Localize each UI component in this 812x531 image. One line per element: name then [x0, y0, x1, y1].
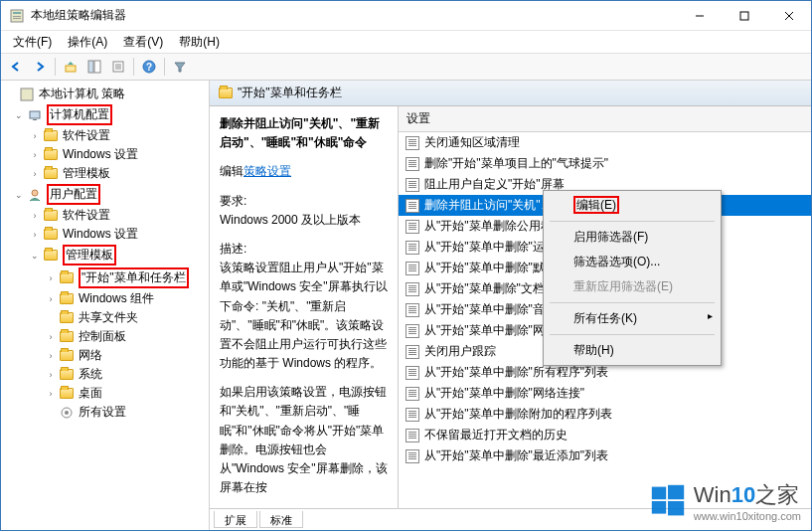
- minimize-button[interactable]: [677, 1, 722, 31]
- tree-item[interactable]: ›控制面板: [1, 327, 209, 346]
- policy-list-row[interactable]: 不保留最近打开文档的历史: [399, 425, 811, 445]
- tree-item[interactable]: 共享文件夹: [1, 308, 209, 327]
- expander-icon[interactable]: ›: [45, 350, 57, 362]
- expander-icon[interactable]: ›: [29, 229, 41, 241]
- policy-list-label: 从"开始"菜单中删除"网络连接": [424, 385, 584, 402]
- user-icon: [27, 187, 43, 203]
- policy-settings-link[interactable]: 策略设置: [244, 164, 291, 178]
- close-button[interactable]: [766, 1, 811, 31]
- tree-label: 桌面: [79, 385, 102, 402]
- policy-list[interactable]: 设置 关闭通知区域清理删除"开始"菜单项目上的"气球提示"阻止用户自定义"开始"…: [399, 106, 811, 508]
- tab-extended[interactable]: 扩展: [214, 511, 257, 528]
- ctx-filter-options[interactable]: 筛选器选项(O)...: [546, 250, 719, 274]
- ctx-filter-on[interactable]: 启用筛选器(F): [546, 225, 719, 250]
- folder-icon: [59, 386, 75, 402]
- menu-file[interactable]: 文件(F): [5, 32, 60, 53]
- tree-item[interactable]: ›软件设置: [1, 126, 209, 145]
- expander-icon[interactable]: ›: [45, 369, 57, 381]
- tree-item[interactable]: ›系统: [1, 365, 209, 384]
- svg-text:?: ?: [146, 62, 152, 73]
- tree-item[interactable]: ›Windows 组件: [1, 289, 209, 308]
- export-list-button[interactable]: [107, 56, 129, 78]
- svg-point-22: [65, 411, 69, 415]
- policy-item-icon: [405, 344, 420, 360]
- menu-action[interactable]: 操作(A): [60, 32, 115, 53]
- tree-item[interactable]: ›Windows 设置: [1, 225, 209, 244]
- tree-user-config[interactable]: ⌄ 用户配置: [1, 183, 209, 206]
- policy-item-icon: [405, 240, 420, 256]
- tree-pane[interactable]: 本地计算机 策略 ⌄ 计算机配置 ›软件设置 ›Windows 设置 ›管理模板…: [1, 81, 210, 530]
- expander-icon[interactable]: ›: [29, 210, 41, 222]
- expander-icon[interactable]: ›: [45, 272, 57, 284]
- folder-icon: [43, 128, 59, 144]
- tree-start-taskbar[interactable]: ›"开始"菜单和任务栏: [1, 266, 209, 289]
- policy-item-icon: [405, 323, 420, 339]
- expander-icon[interactable]: ›: [29, 149, 41, 161]
- policy-list-row[interactable]: 关闭通知区域清理: [399, 132, 811, 153]
- policy-list-row[interactable]: 从"开始"菜单中删除附加的程序列表: [399, 404, 811, 425]
- tree-label: 本地计算机 策略: [39, 86, 125, 102]
- up-button[interactable]: [60, 56, 81, 78]
- forward-button[interactable]: [29, 56, 51, 78]
- expander-icon[interactable]: ⌄: [29, 250, 41, 262]
- ctx-all-tasks[interactable]: 所有任务(K): [546, 306, 719, 331]
- tree-label: 软件设置: [63, 207, 110, 224]
- svg-rect-17: [21, 88, 33, 100]
- window-title: 本地组策略编辑器: [31, 7, 677, 24]
- expander-icon[interactable]: ›: [29, 168, 41, 180]
- tree-label: "开始"菜单和任务栏: [79, 267, 189, 288]
- policy-item-icon: [405, 386, 420, 402]
- tree-label: 所有设置: [79, 404, 126, 421]
- folder-icon: [218, 86, 234, 101]
- policy-list-label: 删除"开始"菜单项目上的"气球提示": [424, 155, 608, 172]
- tree-label: 计算机配置: [47, 104, 112, 125]
- policy-list-row[interactable]: 从"开始"菜单中删除"最近添加"列表: [399, 445, 811, 466]
- tab-standard[interactable]: 标准: [259, 511, 303, 528]
- policy-item-icon: [405, 198, 420, 214]
- maximize-button[interactable]: [722, 1, 766, 31]
- svg-rect-1: [13, 12, 21, 14]
- tree-label: 共享文件夹: [79, 309, 138, 326]
- folder-icon: [59, 348, 75, 364]
- svg-rect-10: [94, 61, 100, 73]
- description-label: 描述:: [220, 240, 388, 259]
- policy-list-row[interactable]: 从"开始"菜单中删除"网络连接": [399, 383, 811, 404]
- tree-admin-templates[interactable]: ⌄管理模板: [1, 244, 209, 266]
- tree-item[interactable]: ›网络: [1, 346, 209, 365]
- svg-rect-8: [66, 66, 76, 72]
- policy-item-icon: [405, 448, 420, 464]
- description-column: 删除并阻止访问"关机"、"重新启动"、"睡眠"和"休眠"命令 编辑策略设置 要求…: [210, 106, 399, 508]
- show-hide-tree-button[interactable]: [83, 56, 105, 78]
- expander-icon[interactable]: ›: [45, 293, 57, 305]
- expander-icon[interactable]: ⌄: [13, 109, 25, 121]
- tree-label: 控制面板: [79, 328, 126, 345]
- detail-body: 删除并阻止访问"关机"、"重新启动"、"睡眠"和"休眠"命令 编辑策略设置 要求…: [210, 106, 811, 508]
- ctx-help[interactable]: 帮助(H): [546, 338, 719, 363]
- tree-item[interactable]: ›管理模板: [1, 164, 209, 183]
- expander-icon[interactable]: ⌄: [13, 189, 25, 201]
- tree-item[interactable]: ›Windows 设置: [1, 145, 209, 164]
- tree-item[interactable]: ›软件设置: [1, 206, 209, 225]
- expander-icon[interactable]: ›: [45, 388, 57, 400]
- back-button[interactable]: [5, 56, 27, 78]
- expander-icon[interactable]: ›: [29, 130, 41, 142]
- help-button[interactable]: ?: [138, 56, 160, 78]
- filter-button[interactable]: [169, 56, 191, 78]
- menu-help[interactable]: 帮助(H): [171, 32, 228, 53]
- policy-list-label: 从"开始"菜单中删除"所有程序"列表: [424, 364, 608, 381]
- svg-rect-19: [33, 119, 37, 120]
- tree-item[interactable]: ›桌面: [1, 384, 209, 403]
- windows-logo-icon: [650, 483, 686, 519]
- settings-icon: [59, 405, 75, 421]
- tree-root[interactable]: 本地计算机 策略: [1, 85, 209, 103]
- requirements-label: 要求:: [220, 192, 388, 211]
- menu-view[interactable]: 查看(V): [115, 32, 171, 53]
- list-header-settings[interactable]: 设置: [399, 106, 811, 132]
- policy-list-row[interactable]: 删除"开始"菜单项目上的"气球提示": [399, 153, 811, 174]
- ctx-edit[interactable]: 编辑(E): [546, 193, 719, 218]
- tree-computer-config[interactable]: ⌄ 计算机配置: [1, 103, 209, 126]
- tree-item[interactable]: 所有设置: [1, 403, 209, 422]
- edit-label: 编辑: [220, 164, 244, 178]
- policy-list-label: 从"开始"菜单中删除附加的程序列表: [424, 406, 612, 423]
- expander-icon[interactable]: ›: [45, 331, 57, 343]
